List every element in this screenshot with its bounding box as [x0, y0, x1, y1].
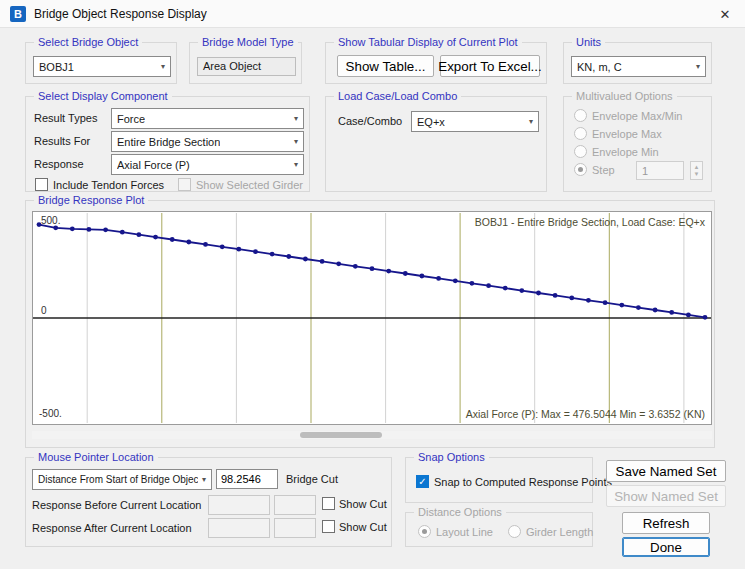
- spinner-down-icon: ▼: [694, 171, 700, 178]
- units-select[interactable]: KN, m, C ▾: [571, 56, 706, 77]
- snap-checkbox[interactable]: ✓: [416, 475, 429, 488]
- plot-scrollbar-thumb[interactable]: [300, 432, 382, 438]
- response-after-field-1: [208, 518, 270, 538]
- save-named-set-button[interactable]: Save Named Set: [606, 460, 726, 482]
- group-label: Select Display Component: [34, 90, 172, 103]
- radio-envelope-max-label: Envelope Max: [592, 128, 662, 140]
- radio-step: [574, 163, 587, 176]
- close-icon[interactable]: ✕: [705, 0, 745, 28]
- bridge-response-dialog: { "window": {"title": "Bridge Object Res…: [0, 0, 745, 569]
- plot-scrollbar-track[interactable]: [32, 431, 712, 439]
- radio-layout-line-label: Layout Line: [436, 526, 493, 538]
- svg-text:Axial Force (P): Max = 476.5: Axial Force (P): Max = 476.5044 Min = 3.…: [466, 408, 705, 420]
- group-multivalued-options: Multivalued Options Envelope Max/Min Env…: [563, 96, 712, 192]
- location-mode-value: Distance From Start of Bridge Object: [38, 474, 198, 485]
- group-distance-options: Distance Options Layout Line Girder Leng…: [405, 512, 593, 547]
- show-table-button[interactable]: Show Table...: [337, 55, 434, 77]
- group-units: Units KN, m, C ▾: [563, 42, 712, 84]
- group-bridge-response-plot: Bridge Response Plot 500.0-500.BOBJ1 - E…: [25, 200, 715, 448]
- group-label: Bridge Response Plot: [34, 194, 148, 207]
- group-label: Load Case/Load Combo: [334, 90, 461, 103]
- group-label: Mouse Pointer Location: [34, 451, 158, 464]
- show-cut-after-checkbox[interactable]: [322, 520, 335, 533]
- result-types-value: Force: [117, 113, 145, 125]
- units-value: KN, m, C: [577, 61, 622, 73]
- export-to-excel-button[interactable]: Export To Excel...: [440, 55, 540, 77]
- show-cut-after-label: Show Cut: [339, 521, 387, 533]
- chevron-down-icon: ▾: [294, 160, 298, 169]
- svg-text:0: 0: [41, 305, 47, 316]
- group-mouse-pointer-location: Mouse Pointer Location Distance From Sta…: [25, 457, 392, 547]
- svg-text:-500.: -500.: [39, 408, 62, 419]
- step-spinner: ▲ ▼: [690, 161, 703, 180]
- group-snap-options: Snap Options ✓ Snap to Computed Response…: [405, 457, 593, 503]
- response-label: Response: [34, 158, 84, 170]
- group-select-bridge-object: Select Bridge Object BOBJ1 ▾: [25, 42, 177, 84]
- radio-girder-length-label: Girder Length: [526, 526, 593, 538]
- group-label: Select Bridge Object: [34, 36, 142, 49]
- show-cut-before-label: Show Cut: [339, 498, 387, 510]
- include-tendon-checkbox[interactable]: [35, 178, 48, 191]
- group-bridge-model-type: Bridge Model Type Area Object: [189, 42, 302, 84]
- case-combo-label: Case/Combo: [338, 115, 402, 127]
- group-label: Multivalued Options: [572, 90, 677, 103]
- chevron-down-icon: ▾: [294, 114, 298, 123]
- bridge-cut-label: Bridge Cut: [286, 473, 338, 485]
- group-label: Show Tabular Display of Current Plot: [334, 36, 522, 49]
- location-mode-select[interactable]: Distance From Start of Bridge Object ▾: [32, 469, 212, 490]
- bridge-model-type-value: Area Object: [197, 57, 296, 76]
- radio-dot-icon: [422, 529, 427, 534]
- radio-girder-length: [508, 525, 521, 538]
- done-button[interactable]: Done: [622, 537, 710, 557]
- chevron-down-icon: ▾: [202, 475, 206, 484]
- chevron-down-icon: ▾: [529, 117, 533, 126]
- response-after-label: Response After Current Location: [32, 522, 192, 534]
- svg-text:BOBJ1 - Entire Bridge Section,: BOBJ1 - Entire Bridge Section, Load Case…: [475, 216, 706, 228]
- results-for-select[interactable]: Entire Bridge Section ▾: [111, 131, 304, 152]
- step-value-field: 1: [636, 161, 684, 180]
- response-value: Axial Force (P): [117, 159, 190, 171]
- window-title: Bridge Object Response Display: [34, 7, 207, 21]
- show-cut-before-checkbox[interactable]: [322, 497, 335, 510]
- radio-envelope-maxmin: [574, 109, 587, 122]
- check-icon: ✓: [418, 477, 426, 487]
- results-for-label: Results For: [34, 135, 90, 147]
- chevron-down-icon: ▾: [161, 62, 165, 71]
- titlebar[interactable]: B Bridge Object Response Display ✕: [0, 0, 745, 28]
- show-selected-girder-label: Show Selected Girder: [196, 179, 303, 191]
- radio-envelope-max: [574, 127, 587, 140]
- snap-label: Snap to Computed Response Points: [434, 476, 612, 488]
- response-select[interactable]: Axial Force (P) ▾: [111, 154, 304, 175]
- chevron-down-icon: ▾: [696, 62, 700, 71]
- radio-layout-line: [418, 525, 431, 538]
- distance-input[interactable]: [216, 469, 278, 489]
- case-combo-value: EQ+x: [417, 116, 445, 128]
- radio-dot-icon: [578, 167, 583, 172]
- results-for-value: Entire Bridge Section: [117, 136, 220, 148]
- bridge-object-select[interactable]: BOBJ1 ▾: [33, 56, 171, 77]
- result-types-select[interactable]: Force ▾: [111, 108, 304, 129]
- group-label: Bridge Model Type: [198, 36, 298, 49]
- response-plot: 500.0-500.BOBJ1 - Entire Bridge Section,…: [33, 212, 711, 424]
- group-label: Distance Options: [414, 506, 506, 519]
- group-label: Units: [572, 36, 605, 49]
- svg-text:500.: 500.: [41, 215, 60, 226]
- radio-step-label: Step: [592, 164, 615, 176]
- result-types-label: Result Types: [34, 112, 97, 124]
- refresh-button[interactable]: Refresh: [622, 512, 710, 534]
- response-before-field-2: [274, 495, 316, 515]
- group-display-component: Select Display Component Result Types Fo…: [25, 96, 310, 192]
- case-combo-select[interactable]: EQ+x ▾: [411, 111, 539, 132]
- chevron-down-icon: ▾: [294, 137, 298, 146]
- show-named-set-button: Show Named Set: [606, 485, 726, 507]
- response-plot-area[interactable]: 500.0-500.BOBJ1 - Entire Bridge Section,…: [32, 211, 712, 425]
- radio-envelope-min-label: Envelope Min: [592, 146, 659, 158]
- spinner-up-icon: ▲: [694, 164, 700, 171]
- app-icon: B: [10, 6, 26, 22]
- group-load-case: Load Case/Load Combo Case/Combo EQ+x ▾: [325, 96, 547, 192]
- include-tendon-label: Include Tendon Forces: [53, 179, 164, 191]
- response-before-label: Response Before Current Location: [32, 499, 201, 511]
- radio-envelope-min: [574, 145, 587, 158]
- group-tabular-display: Show Tabular Display of Current Plot Sho…: [325, 42, 547, 84]
- response-before-field-1: [208, 495, 270, 515]
